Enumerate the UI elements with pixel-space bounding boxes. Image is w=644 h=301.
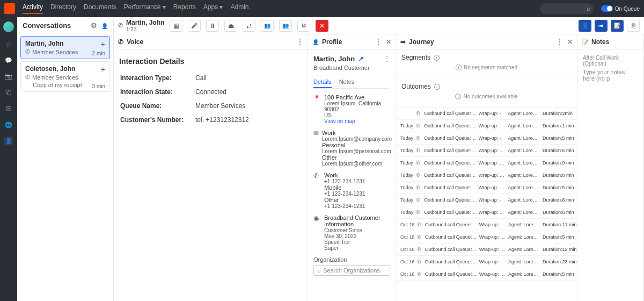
email-icon [313, 130, 319, 167]
contact-value: +1 123-234-1231 [324, 178, 390, 184]
customer-more-icon[interactable] [384, 55, 390, 63]
add-person-icon[interactable] [101, 22, 108, 30]
conference-button[interactable] [279, 20, 292, 32]
journey-duration: Duration:23 min [543, 259, 573, 264]
organization-search-input[interactable]: Search Organizations [313, 265, 390, 276]
journey-row[interactable]: Outbound callQueue: Lo…Wrap-up: -Agent: … [396, 108, 577, 120]
conversation-card[interactable]: Coletosen, John+Member ServicesCopy of m… [20, 61, 110, 92]
journey-row[interactable]: TodayOutbound callQueue: Lo…Wrap-up: -Ag… [396, 120, 577, 132]
journey-row[interactable]: Oct 18Outbound callQueue: Lo…Wrap-up: -A… [396, 219, 577, 231]
journey-duration: Duration:12 min [543, 247, 573, 252]
nav-apps[interactable]: Apps ▾ [203, 3, 223, 14]
journey-date: Today [400, 160, 414, 166]
profile-title: Profile [322, 38, 342, 46]
script-view-button[interactable]: ⎘ [627, 20, 640, 32]
nav-directory[interactable]: Directory [50, 3, 76, 14]
secure-pause-button[interactable] [224, 20, 237, 32]
call-type-icon [416, 135, 422, 141]
globe-icon[interactable] [4, 120, 13, 129]
journey-row[interactable]: Oct 16Outbound callQueue: Lo…Wrap-up: Ab… [396, 268, 577, 281]
journey-queue: Queue: Lo… [456, 234, 477, 240]
profile-more-icon[interactable] [375, 38, 382, 46]
transfer-button[interactable] [243, 20, 255, 32]
journey-more-icon[interactable] [557, 38, 563, 46]
global-search-input[interactable] [540, 3, 594, 14]
conv-name: Coletosen, John [25, 65, 105, 73]
hold-button[interactable] [206, 20, 219, 32]
nav-reports[interactable]: Reports [173, 3, 196, 14]
journey-queue: Queue: Lo… [455, 197, 476, 203]
video-icon[interactable] [4, 72, 13, 81]
contact-value: Lorem.Ipsum@other.com [322, 161, 392, 167]
journey-agent: Agent: Lorem Ipsum [508, 185, 540, 190]
nav-activity[interactable]: Activity [23, 3, 43, 14]
on-queue-toggle[interactable]: On Queue [601, 5, 640, 12]
mute-button[interactable] [188, 20, 201, 32]
notes-textarea[interactable]: Type your notes here (no p [583, 69, 638, 82]
journey-row[interactable]: Oct 18Outbound callQueue: Lo…Wrap-up: Ab… [396, 243, 577, 256]
add-icon[interactable]: + [101, 40, 105, 48]
contact-label: Work [322, 130, 392, 136]
profile-close-icon[interactable] [386, 38, 391, 46]
nav-documents[interactable]: Documents [84, 3, 116, 14]
journey-row[interactable]: TodayOutbound callQueue: Lo…Wrap-up: -Ag… [396, 132, 577, 145]
journey-queue: Queue: Lo… [456, 259, 477, 264]
journey-row[interactable]: TodayOutbound callQueue: Lo…Wrap-up: Aba… [396, 182, 577, 194]
profile-panel: Profile Martin, John Broadband Customer … [308, 34, 396, 301]
journey-queue: Queue: Lo… [455, 173, 476, 178]
dialpad-button[interactable] [170, 20, 182, 32]
journey-view-button[interactable] [595, 20, 608, 32]
journey-row[interactable]: Oct 18Outbound callQueue: Lo…Wrap-up: Ab… [396, 231, 577, 243]
consult-button[interactable] [261, 20, 274, 32]
inbox-icon[interactable] [4, 104, 13, 113]
add-icon[interactable]: + [101, 65, 105, 74]
conversation-card[interactable]: Martin, John+Member Services2 min [20, 36, 110, 59]
contact-value: +1 123-234-1231 [324, 203, 390, 209]
notes-view-button[interactable] [611, 20, 624, 32]
journey-wrapup: Wrap-up: - [478, 111, 506, 116]
nav-admin[interactable]: Admin [230, 3, 248, 14]
journey-close-icon[interactable] [567, 38, 573, 46]
end-call-button[interactable] [316, 20, 328, 32]
tab-details[interactable]: Details [313, 76, 332, 88]
interactions-icon[interactable] [4, 137, 13, 145]
call-type-icon [417, 259, 423, 264]
popout-icon[interactable] [358, 55, 364, 63]
journey-duration: Duration:2min [543, 111, 573, 116]
call-type-icon [416, 111, 422, 116]
favorites-icon[interactable] [4, 40, 13, 48]
journey-row[interactable]: TodayOutbound callQueue: Lo…Wrap-up: Aba… [396, 206, 577, 219]
profile-view-button[interactable] [579, 20, 591, 32]
gear-icon[interactable] [91, 22, 97, 30]
avatar[interactable] [3, 22, 14, 32]
view-on-map-link[interactable]: View on map [324, 118, 390, 124]
nav-performance[interactable]: Performance ▾ [124, 3, 166, 14]
journey-queue: Queue: Lo… [455, 111, 476, 116]
segments-info-icon[interactable]: i [434, 55, 440, 61]
journey-agent: Agent: Lorem Ipsum [508, 123, 540, 128]
journey-queue: Queue: Lo… [455, 123, 476, 128]
journey-type: Outbound call [424, 135, 453, 141]
journey-type: Outbound call [424, 111, 453, 116]
journey-row[interactable]: TodayOutbound callQueue: Lo…Wrap-up: MD7… [396, 169, 577, 182]
journey-row[interactable]: TodayOutbound callQueue: Lo…Wrap-up: MD7… [396, 157, 577, 169]
contact-value: Lorem.Ipsum@personal.com [322, 148, 392, 154]
screenshare-button[interactable] [297, 20, 310, 32]
journey-row[interactable]: TodayOutbound callQueue: Lo…Wrap-up: Aba… [396, 145, 577, 157]
phone-icon[interactable] [4, 88, 13, 97]
profile-icon [312, 38, 319, 46]
outcomes-info-icon[interactable]: i [434, 84, 440, 90]
journey-queue: Queue: Lo… [456, 222, 477, 227]
journey-agent: Agent: Lorem Ipsum [508, 247, 540, 252]
outcomes-empty: No outcomes available [463, 94, 517, 99]
voice-panel: Voice Interaction Details Interaction Ty… [114, 34, 308, 301]
journey-row[interactable]: TodayOutbound callQueue: Lo…Wrap-up: -Ag… [396, 194, 577, 206]
journey-date: Today [400, 197, 414, 203]
chat-icon[interactable] [4, 56, 13, 64]
journey-row[interactable]: Oct 16Outbound callQueue: Lo…Wrap-up: -A… [396, 256, 577, 268]
journey-duration: Duration:5 min [543, 234, 573, 240]
notes-title: Notes [591, 38, 609, 46]
journey-duration: Duration:8 min [543, 197, 573, 203]
tab-notes[interactable]: Notes [339, 76, 355, 88]
voice-more-icon[interactable] [297, 38, 303, 46]
